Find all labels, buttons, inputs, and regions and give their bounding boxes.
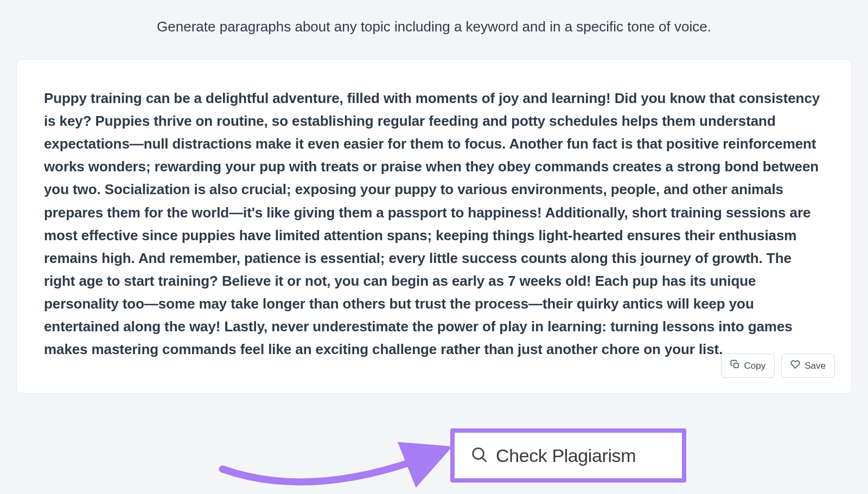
generated-content-card: Puppy training can be a delightful adven… <box>16 59 852 394</box>
annotation-arrow-icon <box>217 437 456 494</box>
svg-rect-0 <box>733 363 738 368</box>
save-button[interactable]: Save <box>781 354 835 378</box>
page-container: Generate paragraphs about any topic incl… <box>0 0 868 494</box>
copy-icon <box>730 360 740 372</box>
svg-line-2 <box>482 458 486 461</box>
heart-icon <box>790 360 800 372</box>
copy-button[interactable]: Copy <box>721 354 775 378</box>
copy-button-label: Copy <box>744 361 766 371</box>
check-plagiarism-label: Check Plagiarism <box>496 445 636 466</box>
action-buttons-row: Copy Save <box>721 354 835 378</box>
search-icon <box>470 445 488 466</box>
check-plagiarism-highlight[interactable]: Check Plagiarism <box>450 428 686 483</box>
save-button-label: Save <box>805 361 826 371</box>
generated-paragraph: Puppy training can be a delightful adven… <box>44 87 824 361</box>
page-description: Generate paragraphs about any topic incl… <box>16 0 852 59</box>
